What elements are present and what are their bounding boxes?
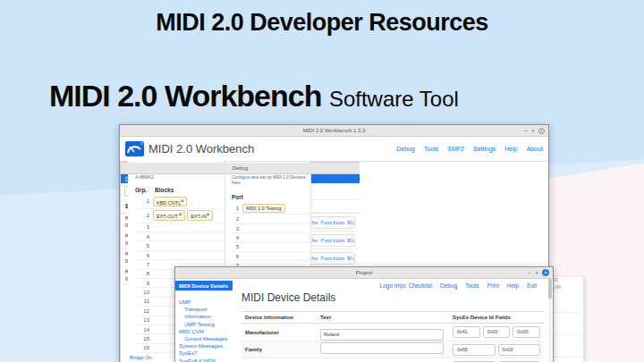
manufacturer-id-field[interactable]: 0x00 (513, 326, 540, 338)
workbench-titlebar[interactable]: MIDI 2.0 Workbench 1.3.3 − + × (120, 125, 548, 137)
port-row: 4 (232, 233, 310, 242)
function-block-badge[interactable]: KBD CNTL⧉ (153, 197, 187, 207)
manufacturer-text-input[interactable]: Roland (320, 329, 444, 341)
group-number: 11 (135, 299, 153, 304)
family-id-field[interactable]: 0x65 (453, 344, 496, 356)
manufacturer-id-field[interactable]: 0x00 (483, 326, 511, 338)
project-menu: Logo Impl. Checklist Debug Tools Print H… (380, 282, 537, 289)
sidebar-item[interactable]: SysEx7 (175, 349, 236, 357)
project-window: Project − + × MIDI Device Details UMP Tr… (174, 266, 554, 362)
port-row: 5 (232, 243, 310, 252)
group-row: 1 KBD CNTL⧉ (135, 195, 225, 209)
table-row-manufacturer: Manufacturer Roland 0x41 0x00 0x00 (242, 324, 544, 341)
menu-tools[interactable]: Tools (424, 146, 438, 152)
port-row: 3 (232, 224, 310, 233)
port-number: 1 (232, 206, 242, 211)
table-row-model: Model A-88MK2 0x00 0x00 (242, 358, 544, 362)
subtitle-suffix: Software Tool (329, 87, 459, 111)
device-details-table: Device Information Text SysEx Device Id … (242, 311, 544, 362)
group-number: 7 (135, 262, 153, 267)
menu-about[interactable]: About (527, 146, 543, 152)
function-block-badge[interactable]: EXT-OUT ⧉ (153, 210, 185, 221)
port-number: 4 (232, 235, 242, 240)
port-badge[interactable]: MIDI 1.0 Testing (242, 204, 285, 213)
menu-debug[interactable]: Debug (440, 282, 457, 289)
project-main: Logo Impl. Checklist Debug Tools Print H… (236, 279, 553, 362)
manufacturer-id-field[interactable]: 0x41 (453, 326, 480, 338)
project-sidebar: MIDI Device Details UMP Transport Inform… (175, 279, 236, 362)
sidebar-item[interactable]: UMP Testing (175, 321, 236, 328)
minimize-button[interactable]: − (524, 128, 528, 134)
port-number: 2 (232, 216, 242, 222)
midi10-description: Configure and set up MIDI 1.0 Devices he… (232, 175, 307, 186)
sidebar-item[interactable]: Information (175, 313, 236, 320)
subtitle-main: MIDI 2.0 Workbench (49, 79, 321, 113)
scrollbar-thumb[interactable] (548, 279, 552, 299)
project-minimize-button[interactable]: − (528, 270, 531, 276)
family-text-input[interactable] (320, 342, 444, 354)
sidebar-item[interactable]: MIDI CVM (175, 328, 236, 335)
maximize-button[interactable]: + (531, 128, 535, 134)
group-number: 10 (135, 290, 153, 295)
port-row: 6 (232, 252, 310, 261)
sidebar-item[interactable]: Control Messages (175, 335, 236, 342)
workbench-menu: Debug Tools SMF2 Settings Help About (396, 146, 543, 152)
group-row: 4 (135, 232, 225, 241)
group-number: 14 (135, 327, 153, 333)
sidebar-item[interactable]: UMP (175, 299, 236, 306)
group-number: 12 (135, 308, 153, 314)
external-link-icon: ⧉ (207, 212, 209, 216)
port-number: 3 (232, 226, 242, 232)
group-number: 6 (135, 253, 153, 258)
function-block-badge[interactable]: EXT-IN⧉ (187, 210, 213, 221)
menu-debug[interactable]: Debug (396, 146, 415, 152)
manufacturer-label: Manufacturer (242, 330, 320, 335)
menu-help[interactable]: Help (504, 146, 517, 152)
badge-label: EXT-OUT (157, 214, 178, 219)
menu-tools[interactable]: Tools (465, 282, 479, 289)
family-label: Family (242, 347, 320, 352)
group-number: 13 (135, 317, 153, 323)
group-number: 3 (135, 224, 153, 230)
group-number: 16 (135, 345, 153, 350)
port-row: 1 MIDI 1.0 Testing (232, 202, 310, 215)
group-number: 5 (135, 243, 153, 248)
debug-titlebar[interactable]: Debug (121, 163, 360, 174)
badge-label: KBD CNTL (157, 199, 181, 205)
menu-settings[interactable]: Settings (473, 146, 496, 152)
badge-label: EXT-IN (191, 214, 207, 219)
group-row: 3 (135, 223, 225, 232)
debug-titlebar-text: Debug (233, 165, 249, 171)
menu-logo-impl-checklist[interactable]: Logo Impl. Checklist (380, 282, 433, 289)
device-sub-label: A-88MK2 (135, 174, 225, 180)
group-number: 15 (135, 336, 153, 341)
project-scrollbar[interactable] (548, 279, 552, 362)
project-titlebar-text: Project (356, 270, 373, 275)
page-subtitle: MIDI 2.0 Workbench Software Tool (49, 79, 459, 114)
menu-exit[interactable]: Exit (527, 282, 537, 289)
menu-print[interactable]: Print (487, 282, 498, 289)
close-button[interactable]: × (538, 128, 545, 134)
group-row: 5 (135, 241, 225, 250)
workbench-titlebar-text: MIDI 2.0 Workbench 1.3.3 (303, 128, 366, 133)
group-number: 9 (135, 281, 153, 286)
configure-link[interactable]: Configure (232, 175, 250, 180)
group-row: 6 (135, 251, 225, 260)
sidebar-item[interactable]: Transport (175, 306, 236, 313)
sidebar-item-midi-device-details[interactable]: MIDI Device Details (175, 281, 233, 290)
project-close-button[interactable]: × (542, 269, 549, 276)
port-row: 2 (232, 215, 310, 223)
group-number: 8 (135, 271, 153, 276)
fragment-hex-line: [00 (553, 284, 583, 291)
menu-help[interactable]: Help (507, 282, 519, 289)
menu-smf2[interactable]: SMF2 (447, 146, 464, 152)
table-row-family: Family 0x65 0x03 (242, 341, 544, 358)
sidebar-item[interactable]: SysEx8 & MDS (175, 358, 236, 362)
project-maximize-button[interactable]: + (535, 270, 538, 276)
port-number: 5 (232, 244, 242, 249)
sidebar-item[interactable]: System Messages (175, 342, 236, 349)
midi-logo-icon (125, 141, 144, 156)
family-id-field[interactable]: 0x03 (498, 344, 541, 356)
project-page-title: MIDI Device Details (242, 291, 553, 304)
project-titlebar[interactable]: Project − + × (175, 267, 553, 279)
